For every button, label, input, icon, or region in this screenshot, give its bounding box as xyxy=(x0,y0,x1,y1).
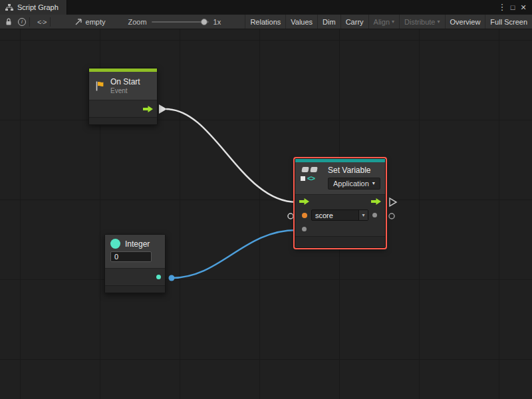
graph-breadcrumb[interactable]: empty xyxy=(75,18,106,26)
node-footer xyxy=(89,117,157,124)
input-value-row xyxy=(295,222,385,236)
flow-wire[interactable] xyxy=(166,109,297,202)
lock-icon[interactable] xyxy=(5,18,12,26)
node-on-start[interactable]: On Start Event xyxy=(88,68,158,125)
node-footer xyxy=(295,236,385,247)
variable-name-port[interactable] xyxy=(302,213,307,218)
zoom-value: 1x xyxy=(213,18,221,26)
integer-value-field[interactable]: 0 xyxy=(110,251,152,262)
window-controls: ⋮ □ ✕ xyxy=(497,0,532,15)
value-wire[interactable] xyxy=(172,230,297,278)
variable-name-value: score xyxy=(312,211,358,219)
flow-output-port[interactable] xyxy=(143,106,153,112)
connector-icon[interactable]: <·> xyxy=(37,18,47,26)
script-graph-icon xyxy=(5,4,13,11)
input-value-port[interactable] xyxy=(302,227,307,231)
node-title: On Start xyxy=(110,77,140,86)
output-port-outline[interactable] xyxy=(389,213,394,219)
variable-name-row: score ▾ xyxy=(295,208,385,222)
output-value-port[interactable] xyxy=(372,213,377,217)
integer-output-port[interactable] xyxy=(156,275,161,279)
toolbar-button-fullscreen[interactable]: Full Screen xyxy=(485,15,532,29)
close-icon[interactable]: ✕ xyxy=(518,0,529,15)
toolbar-button-relations[interactable]: Relations xyxy=(245,15,285,29)
maximize-icon[interactable]: □ xyxy=(507,0,518,15)
zoom-label: Zoom xyxy=(128,18,146,26)
zoom-slider[interactable] xyxy=(152,21,209,23)
graph-canvas[interactable]: On Start Event <> Set Variable xyxy=(0,29,532,399)
breadcrumb-label: empty xyxy=(86,18,106,26)
port-row xyxy=(105,268,165,285)
node-integer[interactable]: Integer 0 xyxy=(104,234,166,293)
window-menu-icon[interactable]: ⋮ xyxy=(497,0,507,15)
toolbar-button-dim[interactable]: Dim xyxy=(317,15,340,29)
info-icon[interactable] xyxy=(18,18,26,26)
node-title: Set Variable xyxy=(328,166,380,175)
chevron-down-icon: ▾ xyxy=(358,210,368,220)
set-variable-icon: <> xyxy=(300,166,324,194)
flow-output-connector-outline[interactable] xyxy=(390,198,396,206)
tab-script-graph[interactable]: Script Graph xyxy=(0,0,67,15)
chevron-down-icon: ▾ xyxy=(392,19,394,25)
input-port-outline[interactable] xyxy=(288,213,293,219)
script-graph-window: Script Graph ⋮ □ ✕ <·> empty Zoom 1x Rel… xyxy=(0,0,532,399)
toolbar-button-distribute[interactable]: Distribute▾ xyxy=(399,15,444,29)
node-subtitle: Event xyxy=(110,87,140,94)
node-title: Integer xyxy=(125,239,150,249)
set-variable-header: <> Set Variable Application ▾ xyxy=(295,162,385,194)
integer-header: Integer 0 xyxy=(105,235,165,268)
value-wire-start-dot[interactable] xyxy=(169,275,175,281)
toolbar-button-align[interactable]: Align▾ xyxy=(368,15,399,29)
titlebar: Script Graph ⋮ □ ✕ xyxy=(0,0,532,15)
toolbar-button-carry[interactable]: Carry xyxy=(340,15,368,29)
scope-label: Application xyxy=(333,180,369,188)
chevron-down-icon: ▾ xyxy=(372,181,375,186)
flow-port-row xyxy=(295,194,385,208)
node-set-variable[interactable]: <> Set Variable Application ▾ xyxy=(295,158,386,248)
toolbar-button-overview[interactable]: Overview xyxy=(445,15,485,29)
flow-output-port[interactable] xyxy=(371,198,381,205)
toolbar-buttons: Relations Values Dim Carry Align▾ Distri… xyxy=(245,15,532,29)
zoom-slider-handle[interactable] xyxy=(201,19,207,25)
variable-name-dropdown[interactable]: score ▾ xyxy=(311,209,368,221)
graph-pointer-icon xyxy=(75,19,82,25)
port-row xyxy=(89,100,157,117)
graph-toolbar: <·> empty Zoom 1x Relations Values Dim C… xyxy=(0,15,532,29)
node-footer xyxy=(105,285,165,293)
chevron-down-icon: ▾ xyxy=(438,19,440,25)
flag-icon xyxy=(94,80,106,92)
flow-input-port[interactable] xyxy=(299,198,309,205)
integer-icon xyxy=(110,239,120,249)
tab-label: Script Graph xyxy=(17,3,59,11)
toolbar-separator xyxy=(29,17,30,27)
variable-scope-dropdown[interactable]: Application ▾ xyxy=(328,178,380,190)
flow-connector-arrow[interactable] xyxy=(159,104,167,114)
on-start-header: On Start Event xyxy=(89,72,157,100)
toolbar-separator xyxy=(50,17,51,27)
toolbar-button-values[interactable]: Values xyxy=(285,15,317,29)
